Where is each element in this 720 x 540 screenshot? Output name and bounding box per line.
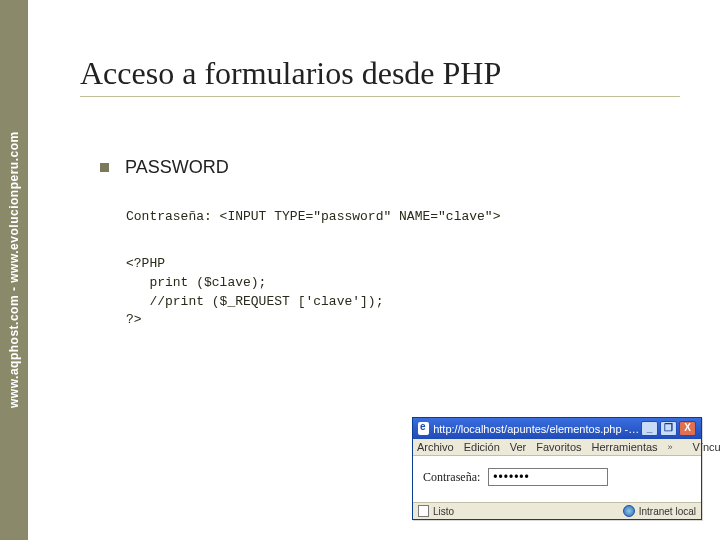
browser-statusbar: Listo Intranet local bbox=[413, 502, 701, 519]
menu-tools[interactable]: Herramientas bbox=[592, 441, 658, 453]
bullet-square-icon bbox=[100, 163, 109, 172]
ie-icon bbox=[418, 422, 429, 435]
maximize-button[interactable]: ❐ bbox=[660, 421, 677, 436]
sidebar-branding: www.aqphost.com - www.evolucionperu.com bbox=[0, 0, 28, 540]
status-text: Listo bbox=[433, 506, 454, 517]
window-controls: _ ❐ X bbox=[641, 421, 696, 436]
bullet-text: PASSWORD bbox=[125, 157, 229, 178]
menu-file[interactable]: Archivo bbox=[417, 441, 454, 453]
minimize-button[interactable]: _ bbox=[641, 421, 658, 436]
menu-links[interactable]: Vínculos bbox=[693, 441, 720, 453]
password-masked-value: ••••••• bbox=[493, 470, 529, 484]
bullet-row: PASSWORD bbox=[100, 157, 680, 178]
code-block-php: <?PHP print ($clave); //print ($_REQUEST… bbox=[126, 255, 680, 330]
password-label: Contraseña: bbox=[423, 470, 480, 485]
sidebar-text: www.aqphost.com - www.evolucionperu.com bbox=[7, 132, 21, 409]
security-zone-text: Intranet local bbox=[639, 506, 696, 517]
menu-favorites[interactable]: Favoritos bbox=[536, 441, 581, 453]
close-button[interactable]: X bbox=[679, 421, 696, 436]
browser-window: http://localhost/apuntes/elementos.php -… bbox=[412, 417, 702, 520]
browser-page: Contraseña: ••••••• bbox=[413, 456, 701, 502]
code-block-html: Contraseña: <INPUT TYPE="password" NAME=… bbox=[126, 208, 680, 227]
menu-view[interactable]: Ver bbox=[510, 441, 527, 453]
menu-edit[interactable]: Edición bbox=[464, 441, 500, 453]
slide-title: Acceso a formularios desde PHP bbox=[80, 55, 680, 97]
chevron-right-icon[interactable]: » bbox=[668, 442, 673, 452]
document-icon bbox=[418, 505, 429, 517]
intranet-icon bbox=[623, 505, 635, 517]
slide-content: Acceso a formularios desde PHP PASSWORD … bbox=[80, 55, 680, 358]
browser-title-text: http://localhost/apuntes/elementos.php -… bbox=[433, 423, 641, 435]
browser-titlebar: http://localhost/apuntes/elementos.php -… bbox=[413, 418, 701, 439]
password-input[interactable]: ••••••• bbox=[488, 468, 608, 486]
browser-menubar: Archivo Edición Ver Favoritos Herramient… bbox=[413, 439, 701, 456]
